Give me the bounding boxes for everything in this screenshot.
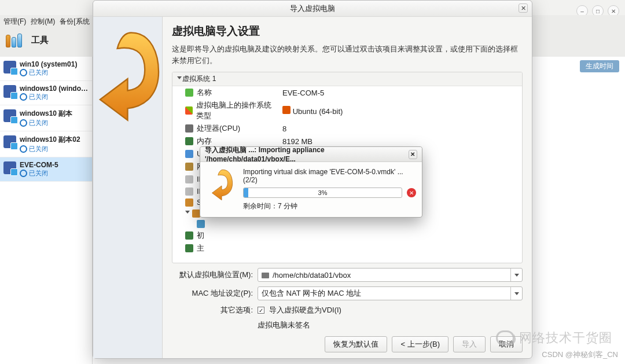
- vm-icon: [3, 109, 16, 122]
- sata-icon: [185, 198, 193, 207]
- vm-item[interactable]: windows10 副本已关闭: [0, 105, 92, 131]
- ide-icon: [185, 175, 193, 183]
- other-label: 其它选项:: [172, 305, 253, 315]
- os-icon: [185, 106, 193, 115]
- ubuntu-icon: [282, 106, 291, 114]
- row-name[interactable]: 名称EVE-COM-5: [172, 86, 522, 99]
- import-arrow-icon: [93, 27, 162, 131]
- progress-arrow-icon: [206, 168, 237, 204]
- dialog-close-button[interactable]: ✕: [519, 3, 528, 13]
- vm-name: win10 (system01): [20, 60, 77, 68]
- row-disk[interactable]: [172, 219, 522, 229]
- vm-item[interactable]: windows10 副本02已关闭: [0, 131, 92, 157]
- vm-name: windows10 副本: [20, 109, 72, 119]
- vdi-checkbox[interactable]: [258, 307, 264, 314]
- row-os[interactable]: 虚拟电脑上的操作系统类型 Ubuntu (64-bit): [172, 99, 522, 122]
- vm-state: 已关闭: [20, 145, 80, 153]
- vm-name: windows10 副本02: [20, 135, 80, 145]
- memory-icon: [185, 137, 193, 145]
- progress-titlebar[interactable]: 导入虚拟电脑 ...: Importing appliance '/home/c…: [200, 147, 422, 162]
- vm-state: 已关闭: [20, 93, 89, 101]
- location-label: 默认虚拟电脑位置(M):: [172, 270, 253, 280]
- vm-name: EVE-COM-5: [20, 161, 58, 169]
- vm-icon: [3, 85, 16, 98]
- snapshot-time-badge: 生成时间: [580, 60, 619, 72]
- progress-bar: 3%: [243, 187, 402, 198]
- scsi-icon: [192, 209, 200, 218]
- vm-item[interactable]: windows10 (windows已关闭: [0, 81, 92, 105]
- mac-value: 仅包含 NAT 网卡的 MAC 地址: [262, 288, 361, 299]
- location-combo[interactable]: /home/chb/data01/vbox: [258, 268, 523, 282]
- name-icon: [185, 89, 193, 97]
- dialog-titlebar[interactable]: 导入虚拟电脑 ✕: [93, 1, 532, 17]
- main-icon: [185, 244, 193, 252]
- vm-state: 已关闭: [20, 68, 77, 77]
- group-label: 虚拟系统 1: [182, 74, 216, 84]
- tools-label[interactable]: 工具: [31, 35, 49, 46]
- vdi-label: 导入虚拟硬盘为VDI(I): [269, 305, 341, 315]
- vm-state: 已关闭: [20, 169, 58, 178]
- tools-icon: [6, 32, 27, 47]
- menubar: 管理(F) 控制(M) 备份[系统: [0, 15, 93, 28]
- restore-defaults-button[interactable]: 恢复为默认值: [325, 336, 387, 352]
- vm-icon: [3, 161, 16, 174]
- menu-manage[interactable]: 管理(F): [3, 17, 26, 27]
- progress-dialog: 导入虚拟电脑 ...: Importing appliance '/home/c…: [200, 146, 422, 218]
- progress-title: 导入虚拟电脑 ...: Importing appliance '/home/c…: [205, 145, 409, 163]
- vm-state: 已关闭: [20, 119, 72, 127]
- usb-icon: [185, 150, 193, 158]
- vm-icon: [3, 61, 16, 73]
- vm-item[interactable]: win10 (system01)已关闭: [0, 57, 92, 81]
- init-icon: [185, 231, 193, 240]
- vm-item-selected[interactable]: EVE-COM-5已关闭: [0, 157, 92, 182]
- menu-backup[interactable]: 备份[系统: [60, 17, 89, 27]
- location-dropdown[interactable]: [510, 269, 522, 281]
- watermark: 网络技术干货圈: [496, 329, 612, 347]
- vm-name: windows10 (windows: [20, 84, 89, 93]
- dialog-title: 导入虚拟电脑: [290, 3, 335, 14]
- ide-icon: [185, 187, 193, 196]
- disk-icon: [197, 220, 205, 228]
- dialog-sidebar: [93, 17, 163, 358]
- row-cpu[interactable]: 处理器(CPU)8: [172, 122, 522, 135]
- unsigned-label: 虚拟电脑未签名: [258, 320, 310, 330]
- mac-combo[interactable]: 仅包含 NAT 网卡的 MAC 地址: [258, 286, 523, 300]
- vm-icon: [3, 135, 16, 148]
- vm-sidebar: win10 (system01)已关闭 windows10 (windows已关…: [0, 57, 93, 364]
- cpu-icon: [185, 124, 193, 133]
- import-button: 导入: [453, 336, 486, 352]
- location-value: /home/chb/data01/vbox: [273, 271, 351, 280]
- mac-dropdown[interactable]: [510, 287, 522, 300]
- tree-caret-icon[interactable]: [177, 76, 182, 82]
- watermark-text: 网络技术干货圈: [519, 329, 612, 347]
- folder-icon: [262, 273, 269, 278]
- progress-percent: 3%: [244, 189, 402, 196]
- remaining-label: 剩余时间：: [243, 202, 278, 210]
- back-button[interactable]: < 上一步(B): [392, 336, 448, 352]
- row-init[interactable]: 初: [172, 229, 522, 242]
- progress-text: Importing virtual disk image 'EVE-COM-5-…: [243, 168, 416, 184]
- progress-close-button[interactable]: ✕: [409, 150, 417, 159]
- remaining-value: 7 分钟: [278, 202, 297, 210]
- progress-cancel-button[interactable]: ✕: [407, 188, 416, 197]
- row-main[interactable]: 主: [172, 242, 522, 255]
- menu-control[interactable]: 控制(M): [31, 17, 55, 27]
- wechat-icon: [496, 330, 514, 345]
- network-icon: [185, 163, 193, 171]
- tree-caret-icon[interactable]: [185, 211, 190, 216]
- mac-label: MAC 地址设定(P):: [172, 288, 253, 299]
- csdn-watermark: CSDN @神秘剑客_CN: [542, 350, 618, 360]
- dialog-description: 这是即将导入的虚拟电脑及建议的映射关系。您可以通过双击该项目来调整其设置，或使用…: [172, 43, 523, 66]
- dialog-heading: 虚拟电脑导入设置: [172, 24, 523, 39]
